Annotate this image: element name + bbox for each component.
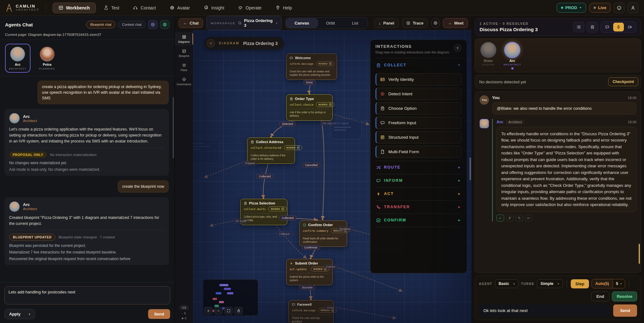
reject-button[interactable]: ✗: [506, 214, 514, 221]
reply-button[interactable]: ↩: [525, 214, 532, 221]
tab-orbit[interactable]: Orbit: [318, 19, 343, 28]
record-button[interactable]: [431, 18, 440, 28]
back-to-chat-button[interactable]: ←Chat: [179, 18, 203, 28]
meeting-send-button[interactable]: Send: [613, 304, 637, 317]
theme-palette-button[interactable]: [614, 3, 625, 13]
node-submit-order[interactable]: Submit Orderact.updateNODES +Submit the …: [286, 259, 333, 285]
chat-input[interactable]: Lets add handling for postcodes next: [4, 286, 170, 304]
trace-button[interactable]: Trace: [402, 18, 428, 28]
document-icon: [380, 149, 385, 154]
rail-item-governance[interactable]: Governance: [175, 75, 193, 88]
agent-select[interactable]: Basic▾: [495, 279, 519, 288]
tab-blueprint-chat[interactable]: Blueprint chat: [86, 21, 115, 28]
edge-label-skipped: Skipped: [242, 161, 258, 166]
checkpoint-button[interactable]: Checkpoint: [608, 77, 638, 86]
node-welcome[interactable]: Welcomeinform.messageNODES +Greet the us…: [286, 53, 337, 80]
meeting-chat[interactable]: You You 18:06 @Blake: we also need to ha…: [475, 91, 641, 273]
group-header-transfer[interactable]: TRANSFER▶: [375, 201, 462, 213]
avatar: [40, 47, 55, 62]
canvas-rail: DiagramsBlueprintPlansGovernancev15▫0◉0: [175, 30, 193, 323]
node-order-type[interactable]: Order Typecollect.choiceNODES +Ask if th…: [286, 94, 333, 121]
live-badge[interactable]: Live: [589, 3, 611, 13]
node-collect-address[interactable]: Collect Addresscollect.structuredNODES +…: [247, 137, 295, 164]
auto-count-select[interactable]: 5▾: [613, 279, 625, 288]
end-button[interactable]: End: [591, 292, 610, 301]
participant-arc[interactable]: Arc ARCHITECT: [503, 42, 521, 70]
tab-context-chat[interactable]: Context chat: [118, 21, 146, 28]
nodes-badge[interactable]: NODES +: [316, 102, 334, 107]
text-mode-button[interactable]: [602, 23, 613, 31]
accept-button[interactable]: ✓: [497, 214, 504, 221]
group-header-collect[interactable]: COLLECT▼: [375, 59, 462, 71]
nav-item-operate[interactable]: Operate: [232, 3, 268, 13]
step-button[interactable]: Step: [571, 279, 589, 288]
nav-item-avatar[interactable]: Avatar: [164, 3, 196, 13]
rail-item-diagrams[interactable]: Diagrams: [175, 32, 193, 46]
interaction-freeform-input[interactable]: Freeform Input: [375, 117, 462, 129]
nav-item-contact[interactable]: Contact: [127, 3, 162, 13]
tab-list[interactable]: List: [343, 19, 367, 28]
user-message: create the blueprint now: [118, 180, 169, 193]
scrollbar[interactable]: [173, 97, 174, 159]
node-confirm-order[interactable]: Confirm Orderconfirm.summaryNODES +Read …: [299, 220, 347, 247]
panel-button[interactable]: ↓Panel: [374, 18, 398, 28]
interaction-multi-field-form[interactable]: Multi-Field Form: [375, 146, 462, 158]
voice-mode-button[interactable]: [613, 23, 624, 31]
scrollbar[interactable]: [639, 244, 640, 264]
badge-note: No interaction materialization: [50, 153, 97, 157]
lock-button[interactable]: [234, 307, 243, 315]
message-note: No changes were materialized yet.: [9, 161, 164, 165]
interaction-group-route: ROUTE▶: [375, 161, 462, 174]
diagram-canvas[interactable]: Welcomeinform.messageNODES +Greet the us…: [193, 30, 472, 323]
resolve-button[interactable]: Resolve: [612, 292, 637, 301]
rail-item-blueprint[interactable]: Blueprint: [175, 46, 193, 60]
interaction-detect-intent[interactable]: Detect Intent: [375, 88, 462, 100]
video-mode-button[interactable]: [625, 23, 635, 31]
group-header-act[interactable]: ACT▶: [375, 188, 462, 200]
turns-select[interactable]: Simple▾: [537, 279, 563, 288]
agent-card-arc[interactable]: Arc ARCHITECT: [5, 44, 31, 73]
fit-view-button[interactable]: [224, 307, 233, 315]
nodes-badge[interactable]: NODES +: [268, 207, 286, 211]
apply-mode-select[interactable]: Apply▾: [4, 309, 35, 319]
account-button[interactable]: [628, 3, 638, 13]
agent-card-petra[interactable]: Petra PLANNING: [36, 44, 59, 73]
agents-chat-scroll[interactable]: create a pizza application for ordering …: [0, 76, 175, 282]
interaction-verify-identity[interactable]: Verify Identity: [375, 73, 462, 86]
tab-canvas[interactable]: Canvas: [286, 19, 318, 28]
zoom-in-button[interactable]: ＋: [204, 307, 213, 315]
collapse-diagram-button[interactable]: <: [207, 39, 215, 47]
workspace-select[interactable]: WORKSPACE Pizza Ordering 3 ▾: [206, 16, 282, 30]
group-header-inform[interactable]: INFORM▶: [375, 175, 462, 187]
zoom-out-button[interactable]: −: [214, 307, 223, 315]
nav-item-workbench[interactable]: Workbench: [53, 3, 96, 13]
env-badge[interactable]: PROD▼: [557, 3, 586, 13]
scrollbar[interactable]: [469, 158, 471, 180]
node-farewell[interactable]: Farewellinform.messageNODES +Thank the u…: [288, 300, 334, 323]
collapse-panel-button[interactable]: ▼: [453, 44, 462, 52]
group-header-route[interactable]: ROUTE▶: [375, 162, 462, 173]
interaction-choose-option[interactable]: Choose Option: [375, 102, 462, 114]
canvas-toolbar: ←Chat WORKSPACE Pizza Ordering 3 ▾ Canva…: [175, 16, 472, 30]
auto-button[interactable]: Auto(5): [592, 279, 613, 288]
nodes-badge[interactable]: NODES +: [316, 61, 334, 66]
participant-blake[interactable]: Blake DESIGN: [480, 42, 497, 70]
nav-item-insight[interactable]: Insight: [198, 3, 230, 13]
meeting-message-input[interactable]: [479, 304, 610, 317]
agenda-list-button[interactable]: [573, 22, 584, 32]
blueprint-icon: [182, 49, 186, 53]
nav-item-help[interactable]: Help: [269, 3, 298, 13]
send-button[interactable]: Send: [148, 309, 170, 319]
nav-item-test[interactable]: Test: [98, 3, 125, 13]
interaction-structured-input[interactable]: Structured Input: [375, 131, 462, 143]
group-header-confirm[interactable]: CONFIRM▶: [375, 214, 462, 226]
add-chat-button[interactable]: [148, 20, 158, 29]
focus-button[interactable]: [160, 20, 169, 29]
nodes-badge[interactable]: NODES +: [284, 145, 302, 150]
meet-button[interactable]: →Meet: [443, 18, 468, 28]
rail-item-plans[interactable]: Plans: [175, 60, 193, 74]
mixer-button[interactable]: [587, 22, 598, 32]
proposal-only-badge: PROPOSAL ONLY: [9, 152, 47, 158]
edge-label-no-input: No Input: [233, 219, 249, 224]
edit-button[interactable]: ✎: [515, 214, 523, 221]
